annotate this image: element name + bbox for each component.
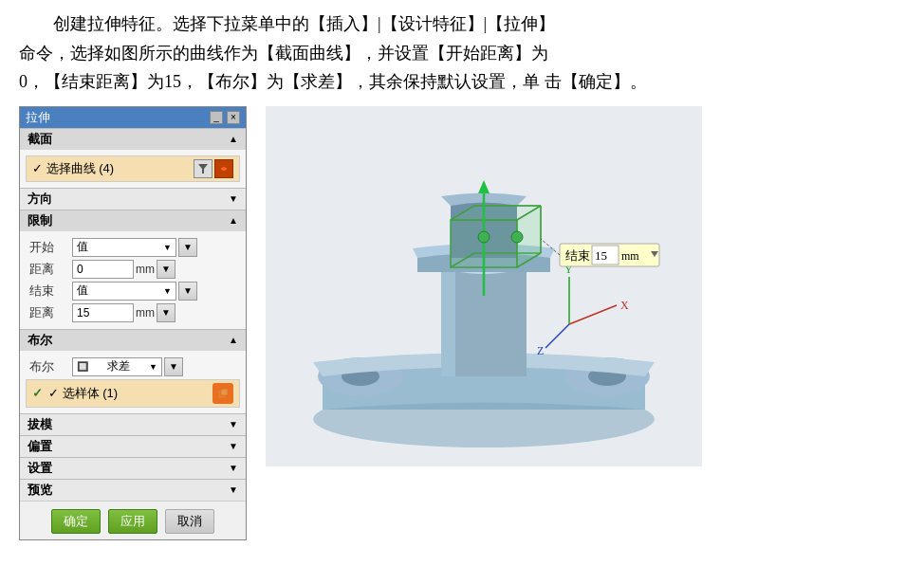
section-direction-label: 方向 — [28, 191, 52, 208]
svg-text:X: X — [620, 299, 629, 312]
text-line4: 击【确定】。 — [545, 72, 647, 91]
start-distance-input: mm ▼ — [72, 260, 176, 279]
svg-text:15: 15 — [595, 248, 607, 263]
end-dropdown-btn[interactable]: ▼ — [178, 282, 197, 301]
text-line3: 0，【结束距离】为15，【布尔】为【求差】，其余保持默认设置，单 — [19, 72, 540, 91]
select-curve-icon[interactable] — [214, 159, 233, 178]
end-input: 值 ▼ ▼ — [72, 282, 197, 301]
extrude-dialog: 拉伸 _ × 截面 ▲ ✓ 选择曲线 (4) — [19, 106, 247, 540]
selected-body-label: ✓ 选样体 (1) — [48, 385, 118, 402]
selected-body-item[interactable]: ✓ ✓ 选样体 (1) — [26, 379, 240, 408]
section-draft-label: 拔模 — [28, 416, 52, 433]
start-row: 开始 值 ▼ ▼ — [26, 238, 240, 257]
bool-field-label: 布尔 — [29, 358, 72, 375]
section-offset-arrow: ▼ — [229, 441, 238, 451]
start-dropdown-btn[interactable]: ▼ — [178, 238, 197, 257]
section-limit-arrow: ▲ — [229, 215, 238, 226]
start-select[interactable]: 值 ▼ — [72, 238, 176, 257]
section-bool-label: 布尔 — [28, 332, 52, 349]
start-distance-row: 距离 mm ▼ — [26, 260, 240, 279]
section-bool-body: 布尔 🔲 求差 ▼ ▼ ✓ ✓ 选样体 (1) — [20, 351, 246, 413]
section-preview-arrow: ▼ — [229, 484, 238, 495]
section-face-header[interactable]: 截面 ▲ — [20, 128, 246, 150]
section-settings-arrow: ▼ — [229, 463, 238, 473]
close-button[interactable]: × — [227, 111, 240, 124]
svg-point-24 — [478, 231, 490, 243]
section-limit-header[interactable]: 限制 ▲ — [20, 210, 246, 231]
svg-marker-0 — [198, 164, 208, 173]
start-label: 开始 — [29, 239, 72, 256]
dialog-title: 拉伸 — [26, 109, 50, 126]
end-distance-row: 距离 mm ▼ — [26, 303, 240, 322]
end-distance-input: mm ▼ — [72, 303, 176, 322]
body-icon — [213, 383, 233, 404]
section-settings-label: 设置 — [28, 460, 52, 477]
section-limit-label: 限制 — [28, 212, 52, 229]
svg-text:结束: 结束 — [565, 248, 590, 263]
svg-text:Z: Z — [537, 344, 544, 357]
dialog-titlebar: 拉伸 _ × — [20, 107, 246, 128]
section-settings-header[interactable]: 设置 ▼ — [20, 457, 246, 479]
apply-button[interactable]: 应用 — [108, 509, 157, 534]
text-line2: 命令，选择如图所示的曲线作为【截面曲线】，并设置【开始距离】为 — [19, 44, 548, 63]
bool-dropdown-btn[interactable]: ▼ — [164, 357, 183, 376]
section-offset-label: 偏置 — [28, 438, 52, 455]
dialog-buttons: 确定 应用 取消 — [20, 501, 246, 539]
section-preview-label: 预览 — [28, 482, 52, 499]
svg-rect-2 — [221, 389, 228, 395]
start-input: 值 ▼ ▼ — [72, 238, 197, 257]
svg-point-25 — [511, 231, 523, 243]
cancel-button[interactable]: 取消 — [165, 509, 214, 534]
titlebar-buttons: _ × — [210, 111, 240, 124]
section-offset-header[interactable]: 偏置 ▼ — [20, 435, 246, 457]
selected-curve-item[interactable]: ✓ 选择曲线 (4) — [26, 155, 240, 182]
section-draft-header[interactable]: 拔模 ▼ — [20, 413, 246, 435]
start-select-arrow: ▼ — [163, 243, 172, 252]
start-unit: mm — [136, 263, 155, 276]
svg-rect-11 — [441, 263, 455, 376]
section-face-label: 截面 — [28, 131, 52, 148]
start-distance-btn[interactable]: ▼ — [157, 260, 176, 279]
bool-row: 布尔 🔲 求差 ▼ ▼ — [26, 357, 240, 376]
end-select[interactable]: 值 ▼ — [72, 282, 176, 301]
end-distance-label: 距离 — [29, 304, 72, 321]
end-distance-btn[interactable]: ▼ — [157, 303, 176, 322]
selected-body-check: ✓ — [32, 386, 43, 400]
section-bool-arrow: ▲ — [229, 335, 238, 345]
start-distance-label: 距离 — [29, 261, 72, 278]
svg-text:mm: mm — [621, 249, 639, 263]
curve-icons — [194, 159, 233, 178]
section-face-arrow: ▲ — [229, 134, 238, 144]
section-limit-body: 开始 值 ▼ ▼ 距离 mm ▼ — [20, 231, 246, 329]
minimize-button[interactable]: _ — [210, 111, 223, 124]
model-viewport: X Y Z 结束 15 mm — [266, 106, 905, 471]
section-preview-header[interactable]: 预览 ▼ — [20, 479, 246, 501]
end-unit: mm — [136, 306, 155, 319]
end-row: 结束 值 ▼ ▼ — [26, 282, 240, 301]
model-svg: X Y Z 结束 15 mm — [266, 106, 702, 466]
section-direction-arrow: ▼ — [229, 193, 238, 204]
end-select-arrow: ▼ — [163, 286, 172, 296]
end-label: 结束 — [29, 283, 72, 300]
bool-value: 求差 — [107, 358, 130, 374]
ok-button[interactable]: 确定 — [51, 509, 101, 534]
main-container: 创建拉伸特征。选择下拉菜单中的【插入】|【设计特征】|【拉伸】 命令，选择如图所… — [19, 9, 905, 540]
bool-select[interactable]: 🔲 求差 ▼ — [72, 357, 162, 376]
section-direction-header[interactable]: 方向 ▼ — [20, 188, 246, 210]
section-draft-arrow: ▼ — [229, 419, 238, 429]
start-value: 值 — [77, 239, 88, 255]
intro-text: 创建拉伸特征。选择下拉菜单中的【插入】|【设计特征】|【拉伸】 命令，选择如图所… — [19, 9, 905, 97]
end-distance-field[interactable] — [72, 303, 134, 322]
section-face-body: ✓ 选择曲线 (4) — [20, 150, 246, 188]
section-bool-header[interactable]: 布尔 ▲ — [20, 329, 246, 351]
text-line1: 创建拉伸特征。选择下拉菜单中的【插入】|【设计特征】|【拉伸】 — [53, 14, 555, 33]
bool-arrow: ▼ — [149, 362, 157, 372]
start-distance-field[interactable] — [72, 260, 134, 279]
bool-icon-inner: 🔲 — [77, 361, 88, 372]
filter-icon[interactable] — [194, 159, 213, 178]
end-value: 值 — [77, 283, 88, 299]
selected-curve-label: ✓ 选择曲线 (4) — [32, 160, 114, 177]
bool-input: 🔲 求差 ▼ ▼ — [72, 357, 183, 376]
